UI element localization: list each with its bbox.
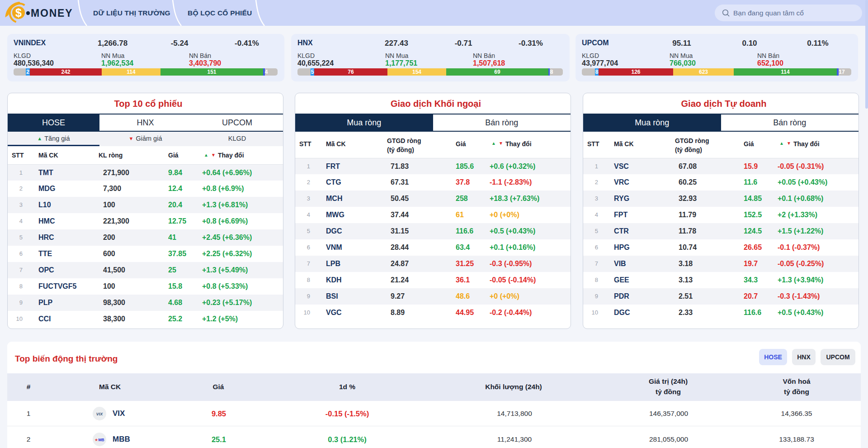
svg-text:★: ★ bbox=[94, 438, 98, 442]
svg-text:$: $ bbox=[15, 6, 22, 19]
svg-text:MB: MB bbox=[98, 438, 104, 442]
svg-text:MONEY: MONEY bbox=[31, 7, 73, 19]
svg-text:VIX: VIX bbox=[96, 412, 104, 416]
